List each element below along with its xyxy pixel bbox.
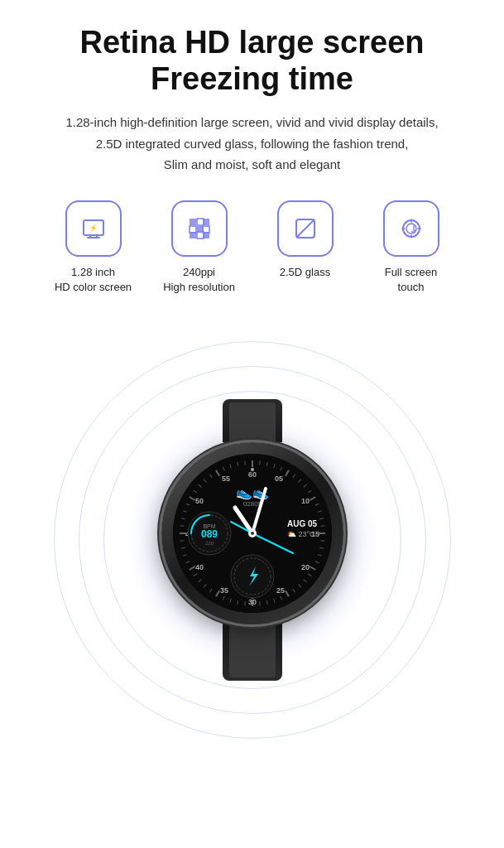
svg-text:20: 20 [300,563,309,571]
svg-point-13 [403,220,420,237]
touch-icon [396,214,426,243]
features-row: ⚡ 1.28 inchHD color screen [17,200,487,295]
svg-point-88 [251,468,254,471]
svg-rect-3 [197,219,204,225]
watch-screen: 60 05 10 15 20 25 [173,454,332,613]
feature-label-glass: 2.5D glass [280,265,330,280]
watch-body: 60 05 10 15 20 25 [137,399,368,681]
feature-hd-screen: ⚡ 1.28 inchHD color screen [48,200,139,295]
svg-point-106 [251,532,254,535]
feature-label-res: 240ppiHigh resolution [163,265,235,295]
svg-line-45 [259,602,260,606]
page-container: Retina HD large screen Freezing time 1.2… [0,0,504,848]
watch-case: 60 05 10 15 20 25 [161,442,343,624]
svg-text:25: 25 [276,586,284,595]
svg-line-32 [320,541,324,542]
feature-label-hd: 1.28 inchHD color screen [55,265,132,295]
resolution-icon [185,214,214,243]
svg-text:60: 60 [247,470,256,479]
feature-touch: Full screentouch [366,200,457,295]
svg-line-30 [320,526,324,527]
svg-line-12 [296,219,314,238]
feature-resolution: 240ppiHigh resolution [154,200,245,295]
feature-glass: 2.5D glass [260,200,351,295]
svg-rect-8 [190,232,196,238]
svg-line-47 [244,602,245,606]
svg-line-62 [180,526,184,527]
watch-face-svg: 60 05 10 15 20 25 [173,454,332,613]
screen-icon: ⚡ [79,214,108,243]
svg-rect-4 [203,219,209,225]
svg-line-17 [259,461,260,465]
subtitle: 1.28-inch high-definition large screen, … [65,112,438,176]
glass-icon-box [277,200,334,257]
watch-band-top [223,399,282,442]
svg-rect-5 [190,226,196,233]
svg-text:⚡: ⚡ [89,224,98,232]
svg-text:40: 40 [194,563,203,571]
hd-screen-icon-box: ⚡ [65,200,122,257]
glass-icon [290,214,320,243]
svg-text:05: 05 [274,475,282,483]
svg-text:089: 089 [200,528,217,540]
svg-text:220: 220 [204,541,214,546]
watch-face: 60 05 10 15 20 25 [173,454,332,613]
main-title: Retina HD large screen Freezing time [79,25,424,97]
ripple-container: 60 05 10 15 20 25 [46,333,459,747]
svg-text:⛅ 23°C: ⛅ 23°C [287,529,315,539]
svg-text:35: 35 [219,586,228,595]
watch-section: 60 05 10 15 20 25 [17,333,487,747]
watch-band-bottom [223,623,282,681]
svg-text:30: 30 [247,598,256,606]
svg-line-60 [180,541,184,542]
svg-rect-2 [190,219,196,225]
svg-text:55: 55 [221,475,229,483]
svg-line-75 [244,461,245,465]
resolution-icon-box [171,200,228,257]
feature-label-touch: Full screentouch [385,265,438,295]
svg-text:AUG 05: AUG 05 [287,519,318,528]
touch-icon-box [383,200,439,257]
svg-text:50: 50 [194,497,203,505]
svg-text:10: 10 [300,497,309,505]
svg-rect-10 [203,232,209,238]
